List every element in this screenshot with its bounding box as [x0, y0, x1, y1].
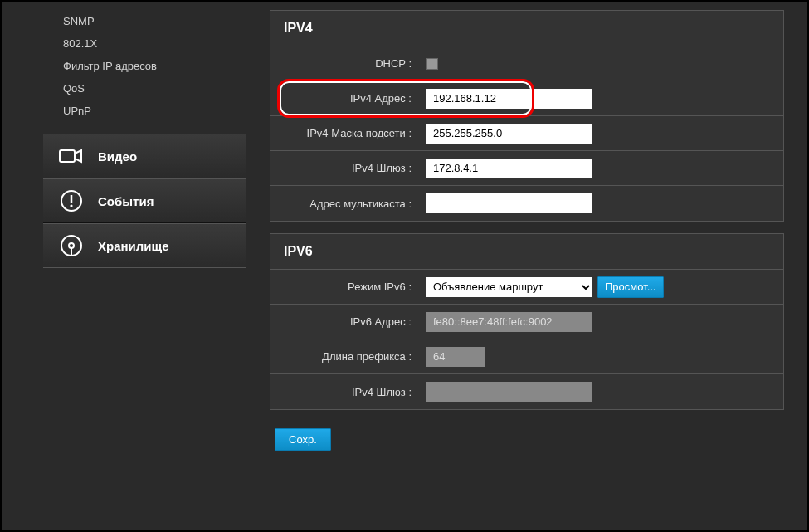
ipv6-mode-select[interactable]: Объявление маршрут	[426, 277, 592, 297]
ipv4-panel: IPV4 DHCP : IPv4 Адрес : IPv4 Маска подс…	[270, 10, 784, 222]
row-prefix: Длина префикса :	[270, 339, 783, 374]
sidebar-sub-snmp[interactable]: SNMP	[43, 10, 246, 32]
sidebar-item-storage[interactable]: Хранилище	[43, 223, 246, 268]
disk-icon	[58, 234, 85, 257]
row-mcast: Адрес мультикаста :	[270, 186, 783, 221]
row-dhcp: DHCP :	[270, 46, 783, 81]
ipv6-addr-input[interactable]	[426, 312, 592, 332]
sidebar-item-label: События	[98, 194, 154, 208]
ipv4-addr-label: IPv4 Адрес :	[270, 92, 420, 105]
sidebar-item-video[interactable]: Видео	[43, 134, 246, 178]
sidebar-sub-upnp[interactable]: UPnP	[43, 100, 246, 122]
ipv4-gw-input[interactable]	[426, 159, 592, 178]
prefix-label: Длина префикса :	[270, 350, 420, 363]
mcast-input[interactable]	[426, 193, 592, 213]
prefix-input[interactable]	[426, 347, 485, 367]
ipv4-title: IPV4	[270, 11, 783, 46]
ipv6-addr-label: IPv6 Адрес :	[270, 315, 420, 328]
sidebar-item-label: Хранилище	[98, 239, 169, 253]
ipv6-mode-label: Режим IPv6 :	[270, 281, 420, 293]
svg-point-5	[69, 243, 74, 248]
ipv6-gw-label: IPv4 Шлюз :	[270, 386, 420, 398]
dhcp-checkbox[interactable]	[426, 58, 438, 70]
dhcp-label: DHCP :	[270, 57, 420, 70]
sidebar-sub-qos[interactable]: QoS	[43, 77, 246, 100]
svg-point-3	[70, 204, 72, 207]
row-ipv4-gw: IPv4 Шлюз :	[270, 151, 783, 186]
sidebar-item-label: Видео	[98, 149, 137, 164]
ipv4-mask-label: IPv4 Маска подсети :	[270, 127, 420, 139]
svg-rect-0	[60, 150, 75, 162]
ipv4-addr-input[interactable]	[426, 89, 592, 109]
row-ipv6-mode: Режим IPv6 : Объявление маршрут Просмот.…	[270, 270, 783, 305]
row-ipv6-gw: IPv4 Шлюз :	[270, 374, 783, 409]
alert-icon	[58, 189, 85, 212]
mcast-label: Адрес мультикаста :	[270, 198, 420, 210]
row-ipv6-addr: IPv6 Адрес :	[270, 305, 783, 339]
camera-icon	[58, 144, 85, 168]
row-ipv4-addr: IPv4 Адрес :	[270, 81, 783, 116]
ipv6-panel: IPV6 Режим IPv6 : Объявление маршрут Про…	[270, 233, 784, 410]
ipv4-gw-label: IPv4 Шлюз :	[270, 162, 420, 174]
save-button[interactable]: Сохр.	[275, 428, 331, 451]
row-ipv4-mask: IPv4 Маска подсети :	[270, 116, 783, 151]
ipv4-mask-input[interactable]	[426, 124, 592, 144]
sidebar-item-events[interactable]: События	[43, 178, 246, 223]
ipv6-gw-input[interactable]	[426, 382, 592, 402]
main-content: IPV4 DHCP : IPv4 Адрес : IPv4 Маска подс…	[246, 2, 807, 530]
sidebar-sub-8021x[interactable]: 802.1X	[43, 32, 246, 55]
ipv6-view-button[interactable]: Просмот...	[597, 276, 664, 298]
sidebar: SNMP 802.1X Фильтр IP адресов QoS UPnP В…	[2, 2, 246, 530]
ipv6-title: IPV6	[270, 234, 783, 270]
sidebar-sub-ipfilter[interactable]: Фильтр IP адресов	[43, 55, 246, 77]
